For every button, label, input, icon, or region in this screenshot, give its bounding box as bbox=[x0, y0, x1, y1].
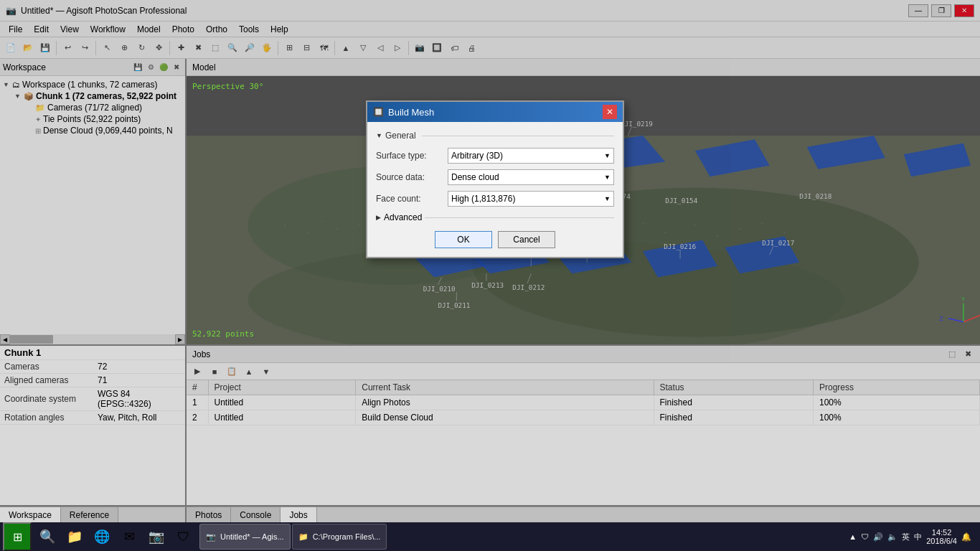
cancel-button[interactable]: Cancel bbox=[498, 231, 555, 248]
taskbar-window-label-1: Untitled* — Agis... bbox=[220, 532, 284, 541]
taskbar-search[interactable]: 🔍 bbox=[34, 524, 60, 550]
source-data-label: Source data: bbox=[376, 172, 448, 182]
notification-icon[interactable]: 🔔 bbox=[961, 532, 971, 542]
taskbar-mail[interactable]: ✉ bbox=[116, 524, 142, 550]
taskbar: ⊞ 🔍 📁 🌐 ✉ 📷 🛡 📷 Untitled* — Agis... 📁 C:… bbox=[0, 522, 980, 551]
modal-overlay: 🔲 Build Mesh ✕ ▼ General Surface type: A… bbox=[0, 0, 980, 551]
taskbar-window-icon-2: 📁 bbox=[298, 532, 308, 542]
dialog-title: Build Mesh bbox=[388, 107, 434, 118]
advanced-divider bbox=[425, 217, 614, 218]
source-data-select[interactable]: Dense cloud ▼ bbox=[448, 169, 614, 185]
taskbar-defender[interactable]: 🛡 bbox=[171, 524, 197, 550]
taskbar-running-windows: 📷 Untitled* — Agis... 📁 C:\Program Files… bbox=[199, 524, 843, 550]
face-count-row: Face count: High (1,813,876) ▼ bbox=[376, 191, 614, 207]
sys-tray-vpn-icon: 🛡 bbox=[861, 532, 869, 541]
source-data-value: Dense cloud bbox=[451, 172, 499, 182]
taskbar-window-icon-1: 📷 bbox=[206, 532, 216, 542]
start-button[interactable]: ⊞ bbox=[3, 522, 32, 551]
sys-tray-lang-icon: 英 bbox=[902, 532, 910, 542]
clock-date: 2018/6/4 bbox=[926, 537, 957, 545]
ok-button[interactable]: OK bbox=[435, 231, 492, 248]
surface-type-label: Surface type: bbox=[376, 151, 448, 161]
surface-type-arrow-icon: ▼ bbox=[604, 152, 611, 159]
clock-time: 14:52 bbox=[926, 528, 957, 537]
sys-tray-up-icon[interactable]: ▲ bbox=[849, 532, 857, 541]
general-section-label: General bbox=[385, 131, 416, 141]
general-divider bbox=[422, 136, 614, 136]
general-arrow-icon: ▼ bbox=[376, 132, 382, 139]
taskbar-window-label-2: C:\Program Files\... bbox=[313, 532, 381, 541]
taskbar-clock[interactable]: 14:52 2018/6/4 bbox=[926, 528, 957, 545]
taskbar-window-explorer[interactable]: 📁 C:\Program Files\... bbox=[292, 524, 387, 550]
dialog-title-bar: 🔲 Build Mesh ✕ bbox=[367, 102, 623, 122]
face-count-select[interactable]: High (1,813,876) ▼ bbox=[448, 191, 614, 207]
dialog-body: ▼ General Surface type: Arbitrary (3D) ▼… bbox=[367, 122, 623, 257]
advanced-label: Advanced bbox=[384, 212, 422, 222]
dialog-buttons: OK Cancel bbox=[376, 231, 614, 248]
dialog-close-button[interactable]: ✕ bbox=[603, 105, 617, 119]
taskbar-window-photoscan[interactable]: 📷 Untitled* — Agis... bbox=[199, 524, 291, 550]
face-count-value: High (1,813,876) bbox=[451, 194, 515, 204]
sys-tray-network-icon: 🔊 bbox=[873, 532, 883, 542]
source-data-arrow-icon: ▼ bbox=[604, 174, 611, 181]
face-count-label: Face count: bbox=[376, 194, 448, 204]
surface-type-row: Surface type: Arbitrary (3D) ▼ bbox=[376, 148, 614, 164]
sys-tray-ime-icon: 中 bbox=[914, 532, 922, 542]
taskbar-browser[interactable]: 🌐 bbox=[89, 524, 115, 550]
sys-tray-volume-icon: 🔈 bbox=[887, 532, 897, 542]
build-mesh-dialog: 🔲 Build Mesh ✕ ▼ General Surface type: A… bbox=[366, 100, 624, 258]
surface-type-select[interactable]: Arbitrary (3D) ▼ bbox=[448, 148, 614, 164]
taskbar-photoscan[interactable]: 📷 bbox=[143, 524, 169, 550]
advanced-arrow-icon: ▶ bbox=[376, 214, 381, 221]
taskbar-system-tray: ▲ 🛡 🔊 🔈 英 中 14:52 2018/6/4 🔔 bbox=[843, 528, 977, 545]
surface-type-value: Arbitrary (3D) bbox=[451, 151, 503, 161]
source-data-row: Source data: Dense cloud ▼ bbox=[376, 169, 614, 185]
taskbar-file-explorer[interactable]: 📁 bbox=[62, 524, 88, 550]
dialog-advanced-section[interactable]: ▶ Advanced bbox=[376, 212, 614, 222]
dialog-general-section[interactable]: ▼ General bbox=[376, 131, 614, 141]
face-count-arrow-icon: ▼ bbox=[604, 195, 611, 202]
taskbar-apps: 🔍 📁 🌐 ✉ 📷 🛡 bbox=[34, 524, 197, 550]
